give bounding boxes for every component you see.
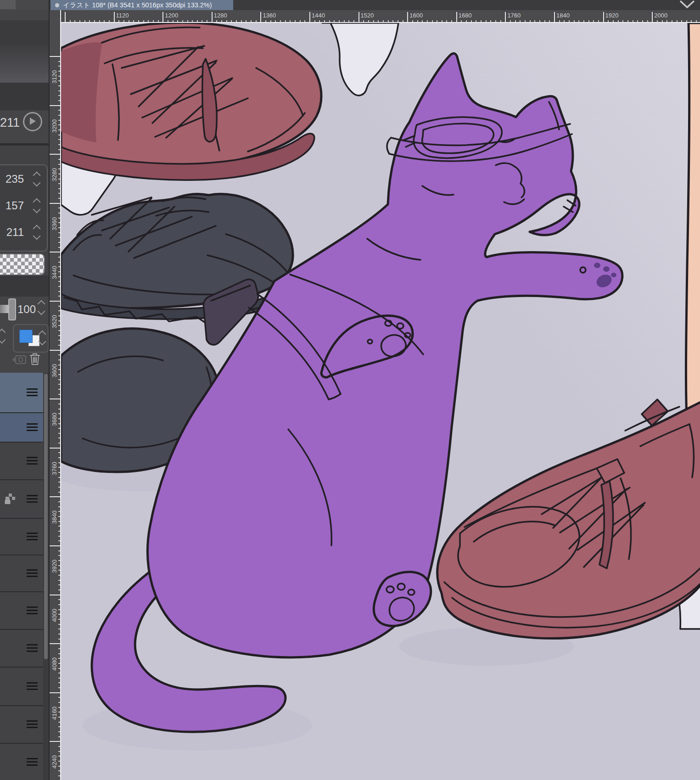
layer-row[interactable] — [0, 480, 43, 518]
color-value: 235 — [6, 173, 24, 185]
ruler-tick — [50, 448, 61, 449]
ruler-tick — [65, 12, 66, 23]
chevron-up-icon[interactable] — [33, 172, 41, 180]
ruler-tick — [50, 350, 61, 351]
ruler-label: 3520 — [51, 315, 58, 328]
layer-drag-handle-icon[interactable] — [27, 644, 38, 652]
ruler-label: 3360 — [51, 217, 58, 230]
red-sneaker-top-left — [61, 23, 321, 180]
ruler-label: 1600 — [409, 12, 423, 19]
layer-drag-handle-icon[interactable] — [27, 533, 38, 540]
ruler-label: 1360 — [263, 12, 276, 19]
ruler-label: 2000 — [654, 12, 667, 19]
ruler-tick — [162, 12, 163, 23]
color-value-row: 157 — [0, 196, 45, 217]
layer-drag-handle-icon[interactable] — [27, 388, 38, 396]
layer-drag-handle-icon[interactable] — [27, 606, 38, 614]
triangle-glyph — [30, 118, 36, 125]
sidebar-panel — [0, 20, 50, 42]
opacity-stepper[interactable] — [37, 299, 46, 317]
canvas-artwork[interactable] — [61, 23, 700, 780]
color-value: 211 — [6, 226, 24, 239]
chevron-down-icon[interactable] — [33, 232, 41, 240]
ruler-label: 3840 — [51, 511, 58, 524]
ruler-tick — [50, 398, 61, 399]
layer-scrollbar-thumb[interactable] — [44, 374, 48, 659]
layer-drag-handle-icon[interactable] — [27, 495, 38, 503]
ruler-label: 1200 — [165, 12, 178, 19]
trash-icon[interactable] — [28, 352, 41, 368]
canvas-area — [61, 23, 700, 780]
layer-row[interactable] — [0, 744, 43, 780]
color-value: 157 — [6, 199, 24, 212]
layer-row[interactable] — [0, 443, 43, 479]
layer-drag-handle-icon[interactable] — [27, 457, 38, 465]
ruler-label: 3200 — [51, 119, 58, 133]
modified-dot-icon — [55, 3, 59, 7]
ruler-tick — [456, 12, 457, 23]
chevron-down-icon[interactable] — [0, 336, 6, 344]
color-value-row: 235 — [0, 169, 45, 190]
layer-row[interactable] — [0, 519, 43, 555]
ruler-label: 1920 — [605, 12, 619, 19]
layer-color-box — [13, 324, 49, 353]
layer-row[interactable] — [0, 592, 43, 629]
chevron-down-icon[interactable] — [33, 206, 41, 213]
layer-drag-handle-icon[interactable] — [27, 720, 38, 728]
horizontal-ruler[interactable]: 1120120012801360144015201600168017601840… — [50, 10, 700, 23]
layer-drag-handle-icon[interactable] — [27, 423, 38, 431]
value-stepper[interactable] — [32, 197, 41, 215]
ruler-tick — [50, 643, 61, 644]
ruler-tick — [50, 595, 61, 595]
ruler-label: 4240 — [51, 755, 58, 769]
chevron-up-icon[interactable] — [39, 331, 46, 338]
lock-transparent-pixels-icon — [4, 493, 16, 507]
opacity-slider-handle[interactable] — [8, 298, 16, 320]
clip-studio-window: 211 235157211 100 — [0, 0, 700, 780]
layer-row[interactable] — [0, 556, 43, 591]
chevron-up-icon[interactable] — [33, 225, 41, 233]
ruler-tick — [114, 12, 115, 23]
ruler-tick — [260, 12, 261, 23]
document-tab[interactable]: イラスト 108* (B4 3541 x 5016px 350dpi 133.2… — [50, 0, 233, 10]
chevron-down-icon[interactable] — [38, 308, 45, 315]
chevron-up-icon[interactable] — [0, 329, 6, 337]
layer-row[interactable] — [0, 706, 43, 743]
chevron-up-icon[interactable] — [33, 198, 41, 206]
ruler-tick — [50, 252, 61, 253]
ruler-tick — [407, 12, 408, 23]
ruler-tick — [505, 12, 506, 23]
chevron-down-icon[interactable] — [678, 0, 696, 11]
chevron-down-icon[interactable] — [33, 179, 41, 187]
tool-value-label: 211 — [0, 116, 20, 130]
layer-row[interactable] — [0, 668, 43, 705]
vertical-ruler[interactable]: 3120320032803360344035203600368037603840… — [50, 23, 61, 780]
sidebar-panel — [0, 275, 50, 297]
layer-color-stepper[interactable] — [38, 330, 47, 347]
circled-triangle-icon[interactable] — [23, 112, 42, 131]
ruler-label: 4160 — [51, 707, 58, 720]
sidebar-panel — [0, 83, 50, 110]
ruler-tick — [603, 12, 604, 23]
transparent-color-swatch[interactable] — [0, 253, 45, 275]
layer-row[interactable] — [0, 413, 43, 442]
layer-drag-handle-icon[interactable] — [27, 569, 38, 577]
ruler-label: 1120 — [116, 12, 129, 19]
cropped-stepper[interactable] — [0, 328, 6, 346]
layer-color-swatch[interactable] — [19, 330, 33, 343]
value-stepper[interactable] — [32, 171, 41, 188]
left-sidebar: 211 235157211 100 — [0, 0, 50, 780]
layer-row[interactable] — [0, 630, 43, 667]
ruler-tick — [50, 692, 61, 693]
layer-list — [0, 373, 50, 780]
chevron-up-icon[interactable] — [38, 300, 45, 308]
layer-drag-handle-icon[interactable] — [27, 682, 38, 690]
snapshot-icon[interactable] — [12, 354, 28, 368]
ruler-tick — [50, 496, 61, 497]
chevron-down-icon[interactable] — [39, 338, 46, 346]
opacity-value: 100 — [17, 303, 36, 316]
layer-drag-handle-icon[interactable] — [27, 758, 38, 766]
value-stepper[interactable] — [32, 224, 41, 241]
layer-row[interactable] — [0, 373, 43, 412]
ruler-tick — [652, 12, 653, 23]
